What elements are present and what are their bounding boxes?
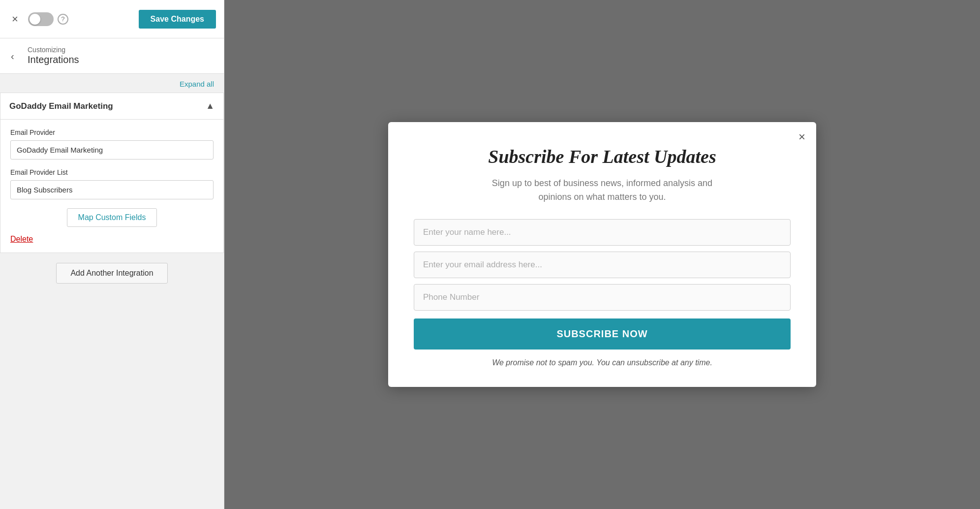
help-icon[interactable]: ? [58,14,68,25]
save-changes-button[interactable]: Save Changes [139,10,216,29]
chevron-up-icon: ▲ [206,101,214,111]
sidebar-header: × ? Save Changes [0,0,224,38]
modal-title: Subscribe For Latest Updates [414,146,791,168]
toggle-knob [30,14,40,25]
close-icon[interactable]: × [8,12,22,27]
email-provider-list-select[interactable]: Blog Subscribers Newsletter Customers [10,180,214,199]
add-integration-button[interactable]: Add Another Integration [56,263,167,284]
email-provider-select[interactable]: GoDaddy Email Marketing Mailchimp AWeber… [10,140,214,159]
modal: × Subscribe For Latest Updates Sign up t… [388,122,816,387]
phone-input[interactable] [414,284,791,311]
page-title: Integrations [28,54,214,65]
sidebar-content: Expand all GoDaddy Email Marketing ▲ Ema… [0,74,224,509]
integration-header[interactable]: GoDaddy Email Marketing ▲ [0,93,223,120]
toggle-switch[interactable] [28,12,54,26]
main-area: × Subscribe For Latest Updates Sign up t… [224,0,980,509]
modal-close-button[interactable]: × [798,131,805,143]
modal-overlay: × Subscribe For Latest Updates Sign up t… [224,0,980,509]
name-input[interactable] [414,219,791,246]
customizing-label: Customizing [28,45,214,54]
integration-block: GoDaddy Email Marketing ▲ Email Provider… [0,93,224,253]
integration-body: Email Provider GoDaddy Email Marketing M… [0,120,223,253]
integration-title: GoDaddy Email Marketing [9,101,113,111]
map-custom-fields-button[interactable]: Map Custom Fields [67,208,157,227]
back-arrow-icon[interactable]: ‹ [9,48,16,64]
subscribe-button[interactable]: SUBSCRIBE NOW [414,318,791,350]
expand-all-link[interactable]: Expand all [180,80,214,88]
sidebar: × ? Save Changes ‹ Customizing Integrati… [0,0,224,509]
email-input[interactable] [414,252,791,278]
delete-link[interactable]: Delete [10,235,214,244]
email-provider-select-wrap: GoDaddy Email Marketing Mailchimp AWeber… [10,140,214,159]
email-provider-list-label: Email Provider List [10,168,214,176]
toggle-wrap: ? [28,12,68,26]
email-provider-list-select-wrap: Blog Subscribers Newsletter Customers [10,180,214,199]
modal-footer-text: We promise not to spam you. You can unsu… [414,358,791,367]
email-provider-label: Email Provider [10,128,214,136]
modal-subtitle: Sign up to best of business news, inform… [414,176,791,205]
expand-all-row: Expand all [0,74,224,93]
